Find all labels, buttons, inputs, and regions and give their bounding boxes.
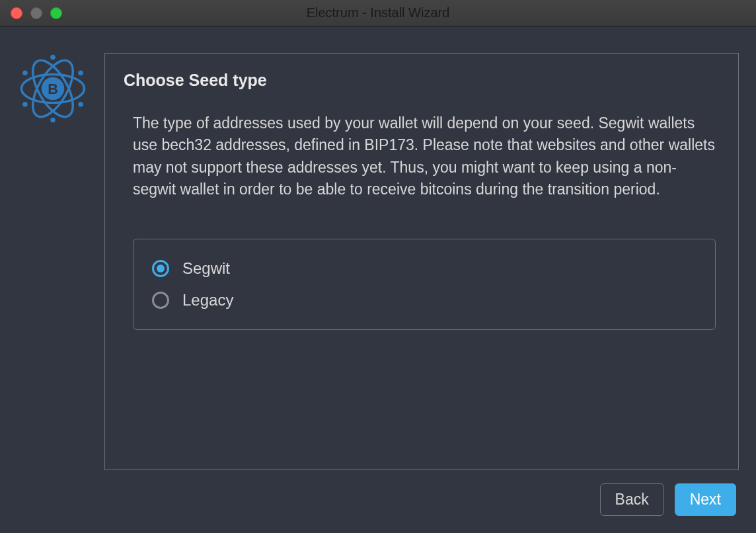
panel-description: The type of addresses used by your walle… bbox=[124, 112, 720, 200]
window-title: Electrum - Install Wizard bbox=[0, 5, 756, 20]
svg-point-5 bbox=[50, 55, 56, 60]
panel-heading: Choose Seed type bbox=[124, 71, 720, 90]
back-button[interactable]: Back bbox=[600, 483, 664, 516]
content-area: B Choose Seed type The type of addresses… bbox=[0, 26, 756, 533]
svg-text:B: B bbox=[48, 81, 58, 97]
radio-unselected-icon bbox=[152, 292, 169, 309]
titlebar[interactable]: Electrum - Install Wizard bbox=[0, 0, 756, 26]
radio-label: Segwit bbox=[182, 259, 230, 278]
close-window-button[interactable] bbox=[11, 7, 22, 19]
wizard-panel: Choose Seed type The type of addresses u… bbox=[104, 53, 739, 470]
radio-option-legacy[interactable]: Legacy bbox=[149, 284, 699, 316]
radio-selected-icon bbox=[152, 260, 169, 277]
svg-point-9 bbox=[22, 102, 28, 107]
svg-point-7 bbox=[22, 70, 28, 75]
maximize-window-button[interactable] bbox=[50, 7, 62, 19]
svg-point-6 bbox=[50, 118, 56, 123]
seed-type-radio-group: Segwit Legacy bbox=[133, 239, 716, 330]
button-row: Back Next bbox=[17, 483, 739, 516]
radio-label: Legacy bbox=[182, 291, 233, 309]
next-button[interactable]: Next bbox=[675, 483, 736, 516]
svg-point-10 bbox=[78, 102, 83, 107]
main-row: B Choose Seed type The type of addresses… bbox=[17, 53, 739, 470]
traffic-lights bbox=[11, 7, 62, 19]
install-wizard-window: Electrum - Install Wizard B bbox=[0, 0, 756, 533]
logo-column: B bbox=[17, 53, 90, 470]
minimize-window-button[interactable] bbox=[30, 7, 42, 19]
radio-option-segwit[interactable]: Segwit bbox=[149, 253, 699, 284]
electrum-logo-icon: B bbox=[17, 53, 89, 124]
svg-point-8 bbox=[78, 70, 83, 75]
